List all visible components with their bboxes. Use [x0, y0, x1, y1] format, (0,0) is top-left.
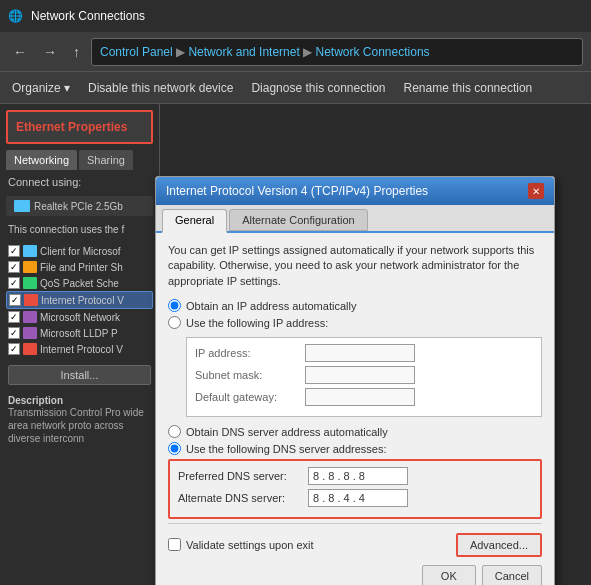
- tab-sharing[interactable]: Sharing: [79, 150, 133, 170]
- toolbar: Organize ▾ Disable this network device D…: [0, 72, 591, 104]
- list-item: Microsoft LLDP P: [6, 325, 153, 341]
- icon-lldp: [23, 327, 37, 339]
- subnet-mask-label: Subnet mask:: [195, 369, 305, 381]
- up-button[interactable]: ↑: [68, 42, 85, 62]
- preferred-dns-input[interactable]: [308, 467, 408, 485]
- alternate-dns-input[interactable]: [308, 489, 408, 507]
- breadcrumb-network-connections[interactable]: Network Connections: [316, 45, 430, 59]
- advanced-button[interactable]: Advanced...: [456, 533, 542, 557]
- label-ms-net: Microsoft Network: [40, 312, 120, 323]
- check-ip6[interactable]: [8, 343, 20, 355]
- main-area: Ethernet Properties Networking Sharing C…: [0, 104, 591, 585]
- list-item: Internet Protocol V: [6, 341, 153, 357]
- use-following-ip-radio[interactable]: [168, 316, 181, 329]
- subnet-mask-row: Subnet mask:: [195, 366, 533, 384]
- address-box: Control Panel ▶ Network and Internet ▶ N…: [91, 38, 583, 66]
- ethernet-tabs: Networking Sharing: [0, 150, 159, 170]
- label-lldp: Microsoft LLDP P: [40, 328, 118, 339]
- diagnose-button[interactable]: Diagnose this connection: [243, 77, 393, 99]
- list-item: Microsoft Network: [6, 309, 153, 325]
- ip-fields: IP address: Subnet mask: Default gateway…: [186, 337, 542, 417]
- obtain-ip-auto-radio[interactable]: [168, 299, 181, 312]
- forward-button[interactable]: →: [38, 42, 62, 62]
- adapter-icon: [14, 200, 30, 212]
- dialog-body: You can get IP settings assigned automat…: [156, 233, 554, 585]
- description-title: Description: [8, 395, 151, 406]
- dialog-close-button[interactable]: ✕: [528, 183, 544, 199]
- dns-section: Preferred DNS server: Alternate DNS serv…: [168, 459, 542, 519]
- tab-general[interactable]: General: [162, 209, 227, 233]
- check-ip4[interactable]: [9, 294, 21, 306]
- address-bar: ← → ↑ Control Panel ▶ Network and Intern…: [0, 32, 591, 72]
- ethernet-properties-panel: Ethernet Properties Networking Sharing C…: [0, 104, 160, 585]
- icon-file: [23, 261, 37, 273]
- validate-row: Validate settings upon exit: [168, 538, 314, 551]
- organize-button[interactable]: Organize ▾: [4, 77, 78, 99]
- description-text: Transmission Control Pro wide area netwo…: [8, 406, 151, 445]
- obtain-ip-auto-row: Obtain an IP address automatically: [168, 299, 542, 312]
- install-button[interactable]: Install...: [8, 365, 151, 385]
- rename-button[interactable]: Rename this connection: [396, 77, 541, 99]
- icon-ip4: [24, 294, 38, 306]
- obtain-dns-auto-label: Obtain DNS server address automatically: [186, 426, 388, 438]
- default-gateway-row: Default gateway:: [195, 388, 533, 406]
- ip-address-row: IP address:: [195, 344, 533, 362]
- default-gateway-label: Default gateway:: [195, 391, 305, 403]
- breadcrumb-sep2: ▶: [303, 45, 315, 59]
- alternate-dns-row: Alternate DNS server:: [178, 489, 532, 507]
- list-item: QoS Packet Sche: [6, 275, 153, 291]
- back-button[interactable]: ←: [8, 42, 32, 62]
- check-client[interactable]: [8, 245, 20, 257]
- title-bar: 🌐 Network Connections: [0, 0, 591, 32]
- check-qos[interactable]: [8, 277, 20, 289]
- icon-client: [23, 245, 37, 257]
- adapter-item: Realtek PCIe 2.5Gb: [6, 196, 153, 216]
- validate-checkbox[interactable]: [168, 538, 181, 551]
- tab-alternate-config[interactable]: Alternate Configuration: [229, 209, 368, 231]
- title-bar-icon: 🌐: [8, 9, 23, 23]
- dialog-tabs: General Alternate Configuration: [156, 205, 554, 233]
- use-following-dns-label: Use the following DNS server addresses:: [186, 443, 387, 455]
- use-following-dns-row: Use the following DNS server addresses:: [168, 442, 542, 455]
- check-file[interactable]: [8, 261, 20, 273]
- ethernet-header: Ethernet Properties: [6, 110, 153, 144]
- cancel-button[interactable]: Cancel: [482, 565, 542, 585]
- subnet-mask-input[interactable]: [305, 366, 415, 384]
- alternate-dns-label: Alternate DNS server:: [178, 492, 308, 504]
- label-client: Client for Microsof: [40, 246, 121, 257]
- list-item: Client for Microsof: [6, 243, 153, 259]
- disable-button[interactable]: Disable this network device: [80, 77, 241, 99]
- dialog-bottom-row: Validate settings upon exit Advanced...: [168, 523, 542, 559]
- use-following-dns-radio[interactable]: [168, 442, 181, 455]
- description-box: Description Transmission Control Pro wid…: [0, 391, 159, 449]
- dialog-action-buttons: OK Cancel: [168, 565, 542, 585]
- ethernet-title: Ethernet Properties: [16, 120, 143, 134]
- breadcrumb-control-panel[interactable]: Control Panel: [100, 45, 173, 59]
- dialog-titlebar: Internet Protocol Version 4 (TCP/IPv4) P…: [156, 177, 554, 205]
- list-item-ip4[interactable]: Internet Protocol V: [6, 291, 153, 309]
- adapter-name: Realtek PCIe 2.5Gb: [34, 201, 123, 212]
- label-ip4: Internet Protocol V: [41, 295, 124, 306]
- check-lldp[interactable]: [8, 327, 20, 339]
- tcpip-dialog: Internet Protocol Version 4 (TCP/IPv4) P…: [155, 176, 555, 585]
- use-following-ip-row: Use the following IP address:: [168, 316, 542, 329]
- ok-button[interactable]: OK: [422, 565, 476, 585]
- connection-list: Client for Microsof File and Printer Sh …: [0, 241, 159, 359]
- ip-address-input[interactable]: [305, 344, 415, 362]
- dialog-description: You can get IP settings assigned automat…: [168, 243, 542, 289]
- breadcrumb-network-internet[interactable]: Network and Internet: [188, 45, 299, 59]
- breadcrumb: Control Panel ▶ Network and Internet ▶ N…: [100, 45, 430, 59]
- icon-ip6: [23, 343, 37, 355]
- default-gateway-input[interactable]: [305, 388, 415, 406]
- check-ms-net[interactable]: [8, 311, 20, 323]
- dialog-title: Internet Protocol Version 4 (TCP/IPv4) P…: [166, 184, 428, 198]
- label-file: File and Printer Sh: [40, 262, 123, 273]
- preferred-dns-label: Preferred DNS server:: [178, 470, 308, 482]
- obtain-dns-auto-row: Obtain DNS server address automatically: [168, 425, 542, 438]
- obtain-dns-auto-radio[interactable]: [168, 425, 181, 438]
- tab-networking[interactable]: Networking: [6, 150, 77, 170]
- label-qos: QoS Packet Sche: [40, 278, 119, 289]
- conn-uses-label: This connection uses the f: [0, 218, 159, 241]
- obtain-ip-auto-label: Obtain an IP address automatically: [186, 300, 356, 312]
- preferred-dns-row: Preferred DNS server:: [178, 467, 532, 485]
